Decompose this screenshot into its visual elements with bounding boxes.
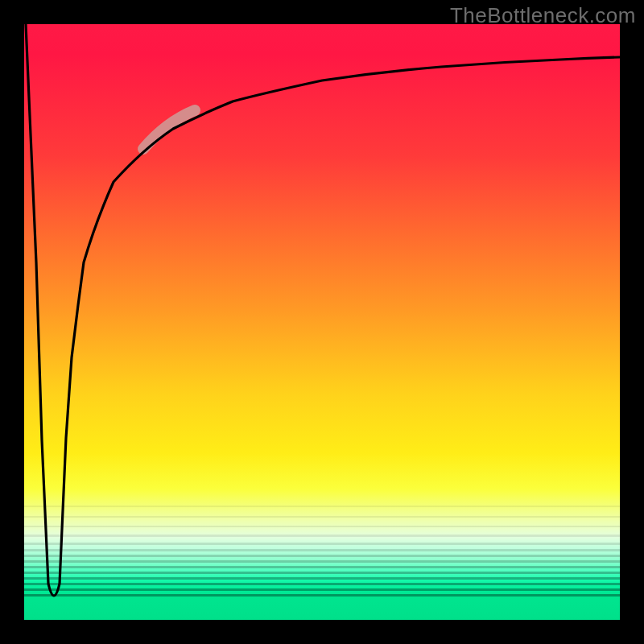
axis-band: [24, 506, 620, 507]
axis-band: [24, 555, 620, 557]
bottleneck-curve: [26, 24, 620, 596]
axis-band: [24, 516, 620, 518]
chart-svg: [24, 24, 620, 620]
axis-band: [24, 583, 620, 585]
axis-band: [24, 549, 620, 551]
chart-container: TheBottleneck.com: [0, 0, 644, 644]
axis-band: [24, 588, 620, 591]
watermark-text: TheBottleneck.com: [450, 3, 636, 28]
axis-band: [24, 577, 620, 580]
axis-band: [24, 566, 620, 568]
axis-band: [24, 594, 620, 597]
axis-band: [24, 560, 620, 563]
plot-frame: [24, 24, 620, 620]
curve-highlight: [143, 110, 195, 149]
axis-band: [24, 572, 620, 574]
axis-band: [24, 535, 620, 537]
axis-band: [24, 526, 620, 527]
axis-band: [24, 543, 620, 545]
